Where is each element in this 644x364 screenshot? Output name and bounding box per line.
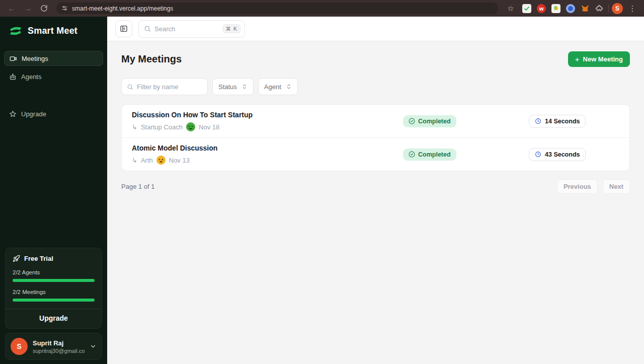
trial-agents-label: 2/2 Agents	[13, 269, 95, 275]
extensions-row: w	[520, 4, 605, 13]
topbar: ⌘ K	[107, 17, 644, 41]
check-circle-icon	[409, 151, 415, 158]
sidebar-toggle-button[interactable]	[115, 20, 132, 37]
next-page-button[interactable]: Next	[603, 179, 630, 194]
global-search[interactable]: ⌘ K	[138, 20, 245, 38]
user-email: supritraj30@gmail.com	[33, 348, 85, 354]
sidebar-item-label: Upgrade	[21, 110, 46, 118]
duration-text: 14 Seconds	[545, 118, 580, 125]
plus-icon: +	[575, 55, 580, 63]
filter-name-input[interactable]	[137, 83, 202, 91]
meeting-info: Discussion On How To Start Startup ↳ Sta…	[132, 111, 403, 131]
url-bar[interactable]: smart-meet-eight.vercel.app/meetings	[56, 3, 498, 14]
bookmark-star-icon[interactable]: ☆	[504, 2, 517, 15]
agent-filter-select[interactable]: Agent	[258, 78, 298, 95]
pagination: Page 1 of 1 Previous Next	[121, 179, 630, 194]
content: My Meetings + New Meeting Status	[107, 41, 644, 364]
meeting-date: Nov 18	[199, 123, 219, 131]
reload-icon	[40, 5, 48, 12]
status-badge: Completed	[403, 115, 456, 127]
extension-icon-red-w[interactable]: w	[537, 4, 546, 13]
status-text: Completed	[418, 151, 451, 158]
filter-by-name[interactable]	[121, 78, 208, 95]
sidebar-item-label: Agents	[21, 73, 41, 81]
new-meeting-button[interactable]: + New Meeting	[568, 51, 630, 67]
meeting-row[interactable]: Discussion On How To Start Startup ↳ Sta…	[122, 105, 629, 137]
brand[interactable]: Smart Meet	[0, 17, 107, 44]
trial-upgrade-button[interactable]: Upgrade	[6, 309, 102, 328]
browser-menu-icon[interactable]: ⋮	[626, 2, 639, 15]
filters-row: Status Agent	[121, 78, 630, 95]
meeting-date: Nov 13	[169, 157, 190, 164]
user-menu[interactable]: S Suprit Raj supritraj30@gmail.com	[5, 333, 102, 360]
trial-title: Free Trial	[24, 255, 53, 262]
agent-avatar	[186, 122, 195, 131]
check-circle-icon	[409, 118, 415, 124]
trial-meetings-label: 2/2 Meetings	[13, 289, 95, 295]
sidebar-item-upgrade[interactable]: Upgrade	[4, 106, 103, 121]
video-icon	[10, 55, 17, 62]
url-text: smart-meet-eight.vercel.app/meetings	[72, 5, 173, 12]
new-meeting-label: New Meeting	[583, 55, 623, 63]
duration-text: 43 Seconds	[545, 151, 580, 158]
meeting-title: Discussion On How To Start Startup	[132, 111, 403, 119]
sidebar-item-meetings[interactable]: Meetings	[4, 51, 103, 66]
chevrons-up-down-icon	[286, 84, 292, 90]
user-name: Suprit Raj	[33, 339, 85, 347]
agent-name: Startup Coach	[141, 123, 183, 131]
status-badge: Completed	[403, 149, 456, 161]
site-settings-icon[interactable]	[61, 5, 68, 12]
agent-filter-label: Agent	[264, 83, 281, 91]
status-filter-label: Status	[218, 83, 237, 91]
rocket-icon	[13, 255, 20, 262]
search-icon	[144, 25, 151, 32]
meeting-info: Atomic Model Discussion ↳ Arth Nov 13	[132, 144, 403, 165]
search-icon	[127, 84, 133, 90]
trial-meetings-progressbar	[13, 299, 95, 302]
panel-left-icon	[120, 25, 128, 33]
main-area: ⌘ K My Meetings + New Meeting S	[107, 17, 644, 364]
duration-badge: 43 Seconds	[529, 148, 586, 161]
brand-name: Smart Meet	[28, 26, 77, 36]
sidebar-item-label: Meetings	[22, 55, 48, 62]
extension-icon-blue-circle[interactable]	[566, 4, 575, 13]
sidebar-nav: Meetings Agents Upgrade	[0, 44, 107, 124]
browser-profile-avatar[interactable]: S	[612, 3, 623, 14]
corner-arrow-icon: ↳	[132, 157, 137, 164]
agent-name: Arth	[141, 157, 153, 164]
reload-button[interactable]	[37, 2, 50, 15]
meeting-row[interactable]: Atomic Model Discussion ↳ Arth Nov 13	[122, 137, 629, 171]
sidebar: Smart Meet Meetings Agents Upgra	[0, 17, 107, 364]
chevrons-up-down-icon	[242, 84, 248, 90]
status-text: Completed	[418, 118, 451, 125]
shortcut-badge: ⌘ K	[223, 24, 240, 33]
clock-icon	[535, 151, 541, 158]
status-filter-select[interactable]: Status	[212, 78, 254, 95]
clock-icon	[535, 118, 541, 124]
previous-page-button[interactable]: Previous	[557, 179, 598, 194]
meeting-title: Atomic Model Discussion	[132, 144, 403, 152]
meetings-list: Discussion On How To Start Startup ↳ Sta…	[121, 104, 630, 171]
corner-arrow-icon: ↳	[132, 123, 137, 131]
search-input[interactable]	[154, 25, 219, 33]
extension-icon-docs[interactable]	[551, 4, 560, 13]
forward-button[interactable]: →	[21, 2, 34, 15]
chevron-down-icon	[90, 343, 97, 350]
star-icon	[9, 110, 17, 118]
extension-icon-checklist[interactable]	[522, 4, 531, 13]
extensions-puzzle-icon[interactable]	[595, 5, 603, 13]
page-indicator: Page 1 of 1	[121, 183, 155, 190]
trial-agents-progressbar	[13, 279, 95, 282]
chrome-separator	[608, 5, 609, 13]
smart-meet-logo-icon	[8, 25, 23, 37]
user-avatar: S	[11, 338, 28, 355]
duration-badge: 14 Seconds	[529, 115, 586, 128]
sidebar-item-agents[interactable]: Agents	[4, 69, 103, 84]
free-trial-card: Free Trial 2/2 Agents 2/2 Meetings Upgra…	[5, 248, 102, 329]
extension-icon-fox[interactable]	[581, 4, 590, 13]
back-button[interactable]: ←	[5, 2, 18, 15]
bot-icon	[9, 73, 17, 81]
agent-avatar	[156, 156, 166, 165]
browser-chrome: ← → smart-meet-eight.vercel.app/meetings…	[0, 0, 644, 17]
page-title: My Meetings	[121, 53, 182, 65]
